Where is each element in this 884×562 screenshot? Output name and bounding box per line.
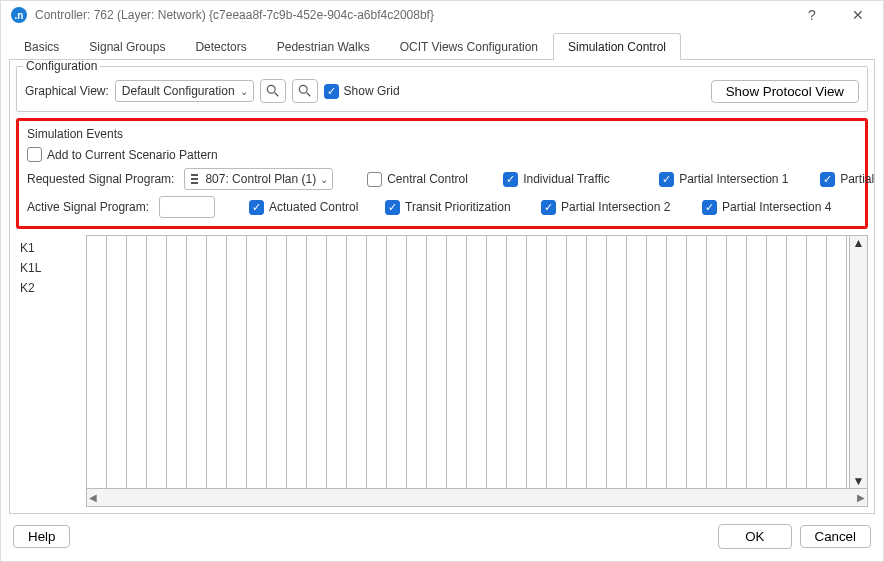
- tab-simulation-control[interactable]: Simulation Control: [553, 33, 681, 60]
- timeline-row-label: K2: [20, 281, 82, 295]
- requested-program-value: 807: Control Plan (1): [205, 172, 316, 186]
- timeline-row-label: K1: [20, 241, 82, 255]
- timeline-row-label: K1L: [20, 261, 82, 275]
- opt-partial-4[interactable]: Partial Intersection 4: [702, 200, 857, 215]
- tab-detectors[interactable]: Detectors: [180, 33, 261, 60]
- chevron-down-icon: ⌄: [320, 174, 328, 185]
- opt-central-control[interactable]: Central Control: [367, 172, 497, 187]
- timeline-area: K1 K1L K2 ▲ ▼ ◀ ▶: [16, 235, 868, 507]
- close-icon[interactable]: ✕: [843, 7, 873, 23]
- cancel-button[interactable]: Cancel: [800, 525, 872, 548]
- tab-ocit-views[interactable]: OCIT Views Configuration: [385, 33, 553, 60]
- graphical-view-select[interactable]: Default Configuration ⌄: [115, 80, 254, 102]
- horizontal-scrollbar[interactable]: ◀ ▶: [86, 489, 868, 507]
- zoom-out-button[interactable]: [292, 79, 318, 103]
- opt-transit-prioritization[interactable]: Transit Prioritization: [385, 200, 535, 215]
- scroll-down-icon: ▼: [853, 474, 865, 488]
- add-pattern-label: Add to Current Scenario Pattern: [47, 148, 218, 162]
- timeline-row-labels: K1 K1L K2: [16, 235, 86, 507]
- checkbox-box: [324, 84, 339, 99]
- list-icon: [191, 174, 201, 184]
- checkbox-box: [27, 147, 42, 162]
- show-grid-label: Show Grid: [344, 84, 400, 98]
- active-program-input[interactable]: [159, 196, 215, 218]
- graphical-view-value: Default Configuration: [122, 84, 235, 98]
- scroll-right-icon: ▶: [855, 492, 867, 503]
- svg-point-0: [267, 85, 275, 93]
- add-pattern-checkbox[interactable]: Add to Current Scenario Pattern: [27, 147, 218, 162]
- simulation-events-highlight: Simulation Events Add to Current Scenari…: [16, 118, 868, 229]
- configuration-group: Configuration Graphical View: Default Co…: [16, 66, 868, 112]
- graphical-view-label: Graphical View:: [25, 84, 109, 98]
- help-icon[interactable]: ?: [797, 7, 827, 23]
- configuration-group-title: Configuration: [23, 60, 100, 73]
- requested-program-label: Requested Signal Program:: [27, 172, 174, 186]
- show-protocol-button[interactable]: Show Protocol View: [711, 80, 859, 103]
- magnifier-icon: [266, 84, 280, 98]
- simulation-events-title: Simulation Events: [27, 127, 857, 141]
- opt-individual-traffic[interactable]: Individual Traffic: [503, 172, 653, 187]
- zoom-in-button[interactable]: [260, 79, 286, 103]
- requested-program-select[interactable]: 807: Control Plan (1) ⌄: [184, 168, 333, 190]
- chevron-down-icon: ⌄: [240, 86, 248, 97]
- opt-partial-2[interactable]: Partial Intersection 2: [541, 200, 696, 215]
- window-title: Controller: 762 (Layer: Network) {c7eeaa…: [35, 8, 789, 22]
- magnifier-icon: [298, 84, 312, 98]
- active-program-label: Active Signal Program:: [27, 200, 149, 214]
- scroll-left-icon: ◀: [87, 492, 99, 503]
- scroll-up-icon: ▲: [853, 236, 865, 250]
- tab-basics[interactable]: Basics: [9, 33, 74, 60]
- tab-signal-groups[interactable]: Signal Groups: [74, 33, 180, 60]
- opt-partial-1[interactable]: Partial Intersection 1: [659, 172, 814, 187]
- dialog-footer: Help OK Cancel: [1, 514, 883, 561]
- tab-pedestrian-walks[interactable]: Pedestrian Walks: [262, 33, 385, 60]
- ok-button[interactable]: OK: [718, 524, 791, 549]
- app-icon: .n: [11, 7, 27, 23]
- titlebar: .n Controller: 762 (Layer: Network) {c7e…: [1, 1, 883, 29]
- opt-actuated-control[interactable]: Actuated Control: [249, 200, 379, 215]
- timeline-grid[interactable]: [86, 235, 850, 489]
- show-grid-checkbox[interactable]: Show Grid: [324, 84, 400, 99]
- tab-strip: Basics Signal Groups Detectors Pedestria…: [9, 33, 875, 60]
- svg-point-2: [299, 85, 307, 93]
- vertical-scrollbar[interactable]: ▲ ▼: [850, 235, 868, 489]
- help-button[interactable]: Help: [13, 525, 70, 548]
- opt-partial-3[interactable]: Partial Intersection 3: [820, 172, 875, 187]
- svg-line-1: [274, 93, 278, 97]
- svg-line-3: [306, 93, 310, 97]
